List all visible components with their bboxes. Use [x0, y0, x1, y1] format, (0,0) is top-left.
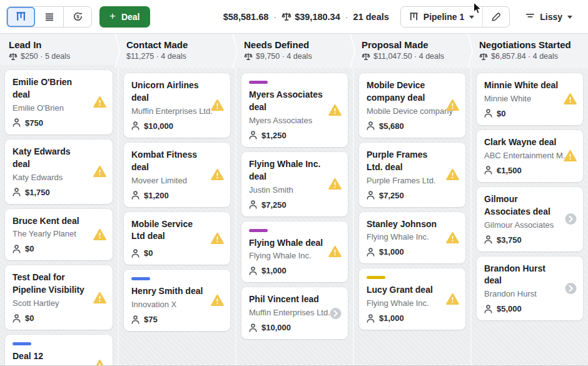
- deal-title: Flying Whale Inc. deal: [249, 158, 340, 183]
- deal-card[interactable]: Lucy Grant deal Flying Whale Inc. $1,000: [359, 268, 465, 330]
- warning-icon[interactable]: [564, 150, 577, 162]
- warning-icon[interactable]: [446, 231, 459, 243]
- deal-value: $1,200: [144, 191, 169, 200]
- deal-card[interactable]: Stanley Johnson Flying Whale Inc. $1,000: [359, 212, 465, 264]
- scale-icon: [281, 12, 291, 21]
- plus-icon: +: [109, 11, 116, 21]
- column-divider-chevron: [232, 34, 238, 71]
- person-icon: [367, 191, 375, 200]
- person-icon: [367, 314, 375, 323]
- edit-pipeline-button[interactable]: [482, 7, 509, 27]
- deal-card[interactable]: Phil Vincent lead Muffin Enterprises Ltd…: [241, 287, 348, 339]
- warning-icon[interactable]: [211, 169, 224, 181]
- deal-card[interactable]: Test Deal for Pipeline Visibility Scott …: [5, 265, 113, 330]
- pipeline-selector[interactable]: Pipeline 1: [401, 7, 482, 27]
- warning-icon[interactable]: [93, 96, 106, 108]
- deal-card[interactable]: Emilie O'Brien deal Emilie O'Brien $750: [5, 70, 113, 135]
- add-deal-button[interactable]: + Deal: [99, 6, 150, 28]
- person-icon: [13, 118, 21, 127]
- chevron-right-icon[interactable]: [565, 213, 577, 225]
- deal-organization: Katy Edwards: [13, 173, 105, 182]
- person-icon: [484, 109, 492, 118]
- deal-organization: Mobile Device company: [367, 106, 458, 116]
- warning-icon[interactable]: [211, 99, 224, 111]
- person-icon: [13, 188, 21, 196]
- deal-value-row: $75: [131, 315, 223, 324]
- toolbar: $ + Deal $58,581.68 · $39,180.34 · 21 de…: [0, 0, 588, 34]
- deal-value: $3,750: [497, 235, 522, 245]
- warning-icon[interactable]: [211, 232, 224, 244]
- deal-card[interactable]: Flying Whale Inc. deal Justin Smith $7,2…: [241, 152, 348, 216]
- deal-card[interactable]: Mobile Service Ltd deal $0: [124, 212, 230, 265]
- deal-title: Gilmour Associates deal: [484, 193, 575, 218]
- warning-icon[interactable]: [328, 246, 342, 258]
- deal-value-row: $1,000: [367, 313, 458, 323]
- deal-card[interactable]: Gilmour Associates deal Gilmour Associat…: [477, 187, 583, 252]
- chevron-right-icon[interactable]: [330, 307, 342, 319]
- column-summary: $250 · 5 deals: [9, 52, 113, 61]
- warning-icon[interactable]: [446, 99, 459, 111]
- column-divider-chevron: [467, 34, 474, 71]
- deal-card[interactable]: Myers Associates deal Myers Associates $…: [241, 73, 348, 147]
- deal-card[interactable]: Kombat Fitness deal Moveer Limited $1,20…: [124, 143, 230, 207]
- warning-icon[interactable]: [328, 104, 342, 116]
- deal-card[interactable]: Minnie White deal Minnie White $0: [477, 73, 583, 125]
- pipeline-selector-label: Pipeline 1: [423, 12, 464, 22]
- deal-value: $1,000: [379, 313, 404, 323]
- user-filter-label: Lissy: [540, 12, 562, 22]
- deal-title: Mobile Service Ltd deal: [131, 218, 223, 243]
- deal-value-row: $1,000: [367, 247, 458, 257]
- warning-icon[interactable]: [93, 166, 106, 178]
- deal-value: $10,000: [261, 323, 291, 332]
- warning-icon[interactable]: [93, 292, 106, 303]
- warning-icon[interactable]: [446, 293, 459, 305]
- warning-icon[interactable]: [93, 228, 106, 240]
- person-icon: [249, 323, 257, 332]
- deal-organization: Muffin Enterprises Ltd.: [249, 308, 340, 317]
- column-summary-text: $6,857.84 · 4 deals: [491, 52, 558, 61]
- warning-icon[interactable]: [564, 93, 577, 105]
- deal-value: $5,680: [379, 121, 404, 131]
- deal-value: $1,000: [261, 266, 286, 275]
- column-cards: Myers Associates deal Myers Associates $…: [235, 68, 353, 366]
- user-filter-button[interactable]: Lissy: [517, 6, 580, 28]
- person-icon: [13, 245, 21, 253]
- pipeline-selector-group: Pipeline 1: [400, 6, 510, 28]
- deal-card[interactable]: Purple Frames Ltd. deal Purple Frames Lt…: [359, 143, 465, 207]
- scale-icon: [479, 53, 488, 61]
- deal-value-row: $0: [13, 313, 105, 323]
- deal-value-row: $5,000: [484, 304, 575, 313]
- column-summary-text: $9,750 · 4 deals: [256, 52, 312, 61]
- list-view-button[interactable]: [35, 7, 63, 27]
- person-icon: [131, 121, 139, 130]
- deal-card[interactable]: Bruce Kent deal The Yearly Planet $0: [5, 209, 113, 261]
- kanban-view-button[interactable]: [7, 7, 35, 27]
- deal-card[interactable]: Henry Smith deal Innovation X $75: [124, 270, 230, 331]
- person-icon: [249, 131, 257, 140]
- warning-icon[interactable]: [328, 178, 342, 190]
- svg-text:$: $: [76, 14, 79, 19]
- deal-value: $75: [144, 315, 158, 324]
- warning-icon[interactable]: [446, 169, 459, 181]
- deal-card[interactable]: Deal 12 Innovation X €0: [5, 335, 113, 366]
- chevron-right-icon[interactable]: [565, 282, 577, 294]
- deal-card[interactable]: Katy Edwards deal Katy Edwards $1,750: [5, 140, 113, 204]
- column-cards: Minnie White deal Minnie White $0 Clark …: [470, 68, 588, 366]
- deal-organization: Muffin Enterprises Ltd.: [131, 106, 223, 116]
- list-view-icon: [44, 12, 54, 22]
- deal-card[interactable]: Flying Whale deal Flying Whale Inc. $1,0…: [241, 221, 348, 283]
- person-icon: [131, 191, 139, 200]
- column-title: Lead In: [9, 39, 113, 50]
- deal-card[interactable]: Brandon Hurst deal Brandon Hurst $5,000: [477, 257, 583, 321]
- column-header: Contact Made $11,275 · 4 deals: [118, 34, 235, 68]
- deal-title: Henry Smith deal: [131, 285, 223, 298]
- forecast-view-button[interactable]: $: [63, 7, 91, 27]
- deal-value-row: $7,250: [367, 191, 458, 200]
- column-header: Negotiations Started $6,857.84 · 4 deals: [470, 34, 588, 68]
- deal-card[interactable]: Unicorn Airlines deal Muffin Enterprises…: [124, 73, 230, 138]
- deal-card[interactable]: Clark Wayne deal ABC Entertainment M... …: [477, 130, 583, 182]
- deal-card[interactable]: Mobile Device company deal Mobile Device…: [359, 73, 465, 138]
- deal-organization: ABC Entertainment M...: [484, 151, 575, 160]
- deal-label-bar: [131, 277, 150, 280]
- warning-icon[interactable]: [211, 295, 224, 307]
